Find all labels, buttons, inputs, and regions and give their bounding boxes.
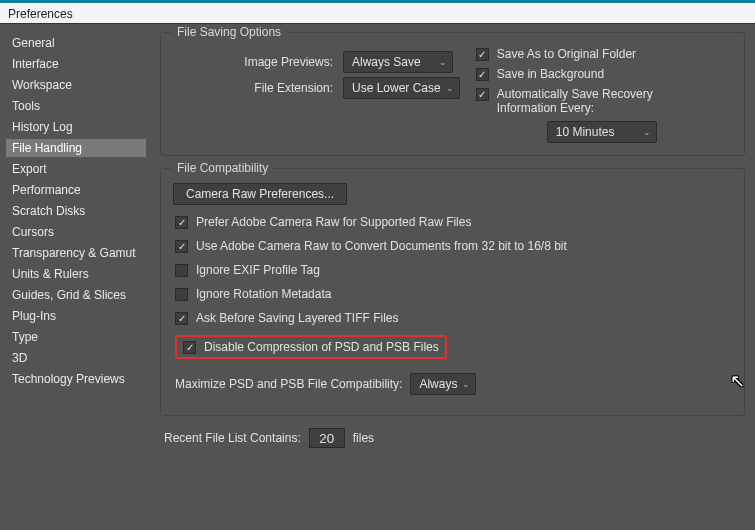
prefer-acr-label: Prefer Adobe Camera Raw for Supported Ra… — [196, 215, 471, 229]
file-compatibility-legend: File Compatibility — [171, 161, 274, 175]
maximize-compat-select[interactable]: Always ⌄ — [410, 373, 476, 395]
sidebar-item-scratch-disks[interactable]: Scratch Disks — [6, 202, 146, 220]
maximize-compat-value: Always — [419, 377, 457, 391]
image-previews-select[interactable]: Always Save ⌄ — [343, 51, 453, 73]
sidebar-item-export[interactable]: Export — [6, 160, 146, 178]
file-compatibility-group: File Compatibility Camera Raw Preference… — [160, 168, 745, 416]
chevron-down-icon: ⌄ — [643, 127, 651, 137]
sidebar-item-file-handling[interactable]: File Handling — [6, 139, 146, 157]
chevron-down-icon: ⌄ — [462, 379, 470, 389]
use-acr-32bit-label: Use Adobe Camera Raw to Convert Document… — [196, 239, 567, 253]
sidebar-item-3d[interactable]: 3D — [6, 349, 146, 367]
file-extension-label: File Extension: — [173, 81, 333, 95]
save-as-original-folder-label: Save As to Original Folder — [497, 47, 636, 61]
file-saving-legend: File Saving Options — [171, 25, 287, 39]
prefer-acr-checkbox[interactable] — [175, 216, 188, 229]
sidebar-item-cursors[interactable]: Cursors — [6, 223, 146, 241]
sidebar-item-workspace[interactable]: Workspace — [6, 76, 146, 94]
ignore-rotation-checkbox[interactable] — [175, 288, 188, 301]
window-titlebar: Preferences — [0, 0, 755, 24]
save-in-background-checkbox[interactable] — [476, 68, 489, 81]
file-extension-select[interactable]: Use Lower Case ⌄ — [343, 77, 460, 99]
file-saving-options-group: File Saving Options Image Previews: Alwa… — [160, 32, 745, 156]
disable-compression-highlight: Disable Compression of PSD and PSB Files — [175, 335, 447, 359]
file-extension-value: Use Lower Case — [352, 81, 441, 95]
sidebar-item-transparency-gamut[interactable]: Transparency & Gamut — [6, 244, 146, 262]
sidebar-item-plug-ins[interactable]: Plug-Ins — [6, 307, 146, 325]
preferences-main-panel: File Saving Options Image Previews: Alwa… — [150, 24, 755, 530]
sidebar-item-history-log[interactable]: History Log — [6, 118, 146, 136]
chevron-down-icon: ⌄ — [446, 83, 454, 93]
recent-files-input[interactable] — [309, 428, 345, 448]
image-previews-label: Image Previews: — [173, 55, 333, 69]
auto-save-interval-value: 10 Minutes — [556, 125, 615, 139]
recent-files-suffix: files — [353, 431, 374, 445]
disable-compression-checkbox[interactable] — [183, 341, 196, 354]
auto-save-interval-select[interactable]: 10 Minutes ⌄ — [547, 121, 657, 143]
save-in-background-label: Save in Background — [497, 67, 604, 81]
sidebar-item-technology-previews[interactable]: Technology Previews — [6, 370, 146, 388]
disable-compression-label: Disable Compression of PSD and PSB Files — [204, 340, 439, 354]
recent-files-label: Recent File List Contains: — [164, 431, 301, 445]
sidebar-item-interface[interactable]: Interface — [6, 55, 146, 73]
use-acr-32bit-checkbox[interactable] — [175, 240, 188, 253]
chevron-down-icon: ⌄ — [439, 57, 447, 67]
sidebar-item-performance[interactable]: Performance — [6, 181, 146, 199]
save-as-original-folder-checkbox[interactable] — [476, 48, 489, 61]
ask-tiff-checkbox[interactable] — [175, 312, 188, 325]
sidebar-item-guides-grid-slices[interactable]: Guides, Grid & Slices — [6, 286, 146, 304]
camera-raw-preferences-button[interactable]: Camera Raw Preferences... — [173, 183, 347, 205]
ignore-exif-checkbox[interactable] — [175, 264, 188, 277]
maximize-compat-label: Maximize PSD and PSB File Compatibility: — [175, 377, 402, 391]
auto-save-recovery-checkbox[interactable] — [476, 88, 489, 101]
ignore-rotation-label: Ignore Rotation Metadata — [196, 287, 331, 301]
preferences-sidebar: General Interface Workspace Tools Histor… — [0, 24, 150, 530]
image-previews-value: Always Save — [352, 55, 421, 69]
ask-tiff-label: Ask Before Saving Layered TIFF Files — [196, 311, 399, 325]
ignore-exif-label: Ignore EXIF Profile Tag — [196, 263, 320, 277]
auto-save-recovery-label: Automatically Save Recovery Information … — [497, 87, 697, 115]
window-title: Preferences — [8, 7, 73, 21]
sidebar-item-tools[interactable]: Tools — [6, 97, 146, 115]
sidebar-item-units-rulers[interactable]: Units & Rulers — [6, 265, 146, 283]
sidebar-item-type[interactable]: Type — [6, 328, 146, 346]
sidebar-item-general[interactable]: General — [6, 34, 146, 52]
